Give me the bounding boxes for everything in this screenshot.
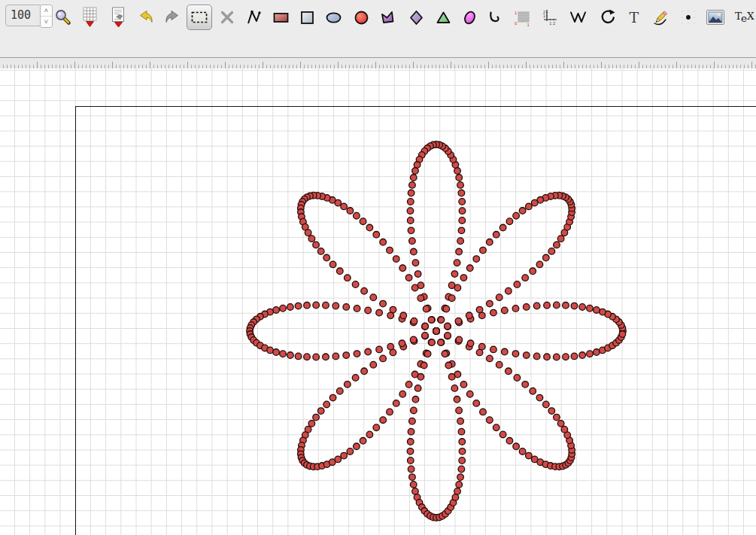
ellipse-button[interactable]	[320, 5, 346, 30]
triangle-icon	[435, 9, 452, 26]
svg-text:0: 0	[515, 21, 518, 26]
grid-shape-button[interactable]: 1 0 1	[510, 5, 536, 30]
horizontal-ruler	[0, 58, 756, 68]
dot-icon	[679, 8, 697, 26]
square-button[interactable]	[294, 5, 320, 30]
svg-text:1: 1	[527, 23, 530, 27]
svg-text:1: 1	[549, 21, 551, 26]
dots-group[interactable]	[247, 141, 627, 521]
zoom-tool-button[interactable]	[50, 5, 76, 30]
freehand-shape-button[interactable]	[457, 5, 482, 30]
curve-icon	[488, 9, 505, 26]
rhombus-button[interactable]	[403, 5, 429, 30]
redo-icon	[163, 8, 181, 26]
arc-arrow-icon	[599, 8, 617, 26]
drawing-canvas[interactable]	[0, 68, 756, 535]
undo-icon	[137, 8, 155, 26]
polyline-button[interactable]	[241, 5, 267, 30]
delete-button[interactable]	[214, 5, 240, 30]
polygon-button[interactable]	[375, 5, 401, 30]
dot-mark-button[interactable]	[676, 5, 701, 30]
picture-button[interactable]	[703, 5, 728, 30]
tex-button[interactable]: TeX	[732, 5, 756, 30]
rose-curve-figure[interactable]	[0, 68, 756, 535]
drawing-app-window: 100 ˄ ˅ 1 0 1 2 1 1 2 T	[0, 0, 756, 535]
doc-dropdown-icon	[109, 7, 127, 28]
picture-icon	[706, 9, 725, 26]
grid-numbers-icon: 1 0 1	[513, 8, 533, 27]
undo-button[interactable]	[133, 5, 159, 30]
square-icon	[299, 9, 316, 26]
select-marquee-icon	[190, 8, 208, 26]
circle-icon	[353, 9, 370, 26]
zigzag-icon	[569, 9, 587, 26]
text-button[interactable]: T	[621, 5, 647, 30]
grid-dropdown-icon	[81, 7, 99, 28]
select-button[interactable]	[187, 5, 212, 30]
zoom-level-value: 100	[11, 8, 31, 22]
triangle-button[interactable]	[430, 5, 456, 30]
magnetic-grid-button[interactable]	[77, 5, 103, 30]
ellipse-icon	[325, 9, 342, 26]
zoom-level-field[interactable]: 100	[5, 5, 42, 26]
text-T-icon: T	[626, 8, 642, 26]
svg-text:2: 2	[553, 21, 555, 26]
rectangle-icon	[272, 9, 290, 26]
circle-button[interactable]	[348, 5, 374, 30]
axes-shape-button[interactable]: 2 1 1 2	[537, 5, 563, 30]
redo-button[interactable]	[159, 5, 185, 30]
pencil-button[interactable]	[648, 5, 674, 30]
drawing-properties-button[interactable]	[105, 5, 131, 30]
zigzag-button[interactable]	[566, 5, 591, 30]
svg-text:1: 1	[515, 11, 518, 15]
bezier-curve-button[interactable]	[484, 5, 509, 30]
blob-icon	[461, 9, 478, 26]
magnifier-icon	[54, 8, 72, 26]
rectangle-button[interactable]	[268, 5, 293, 30]
delete-x-icon	[219, 9, 235, 26]
polygon-icon	[380, 9, 397, 26]
toolbar: 100 ˄ ˅ 1 0 1 2 1 1 2 T	[0, 0, 756, 58]
svg-text:TeX: TeX	[735, 10, 754, 24]
rhombus-icon	[408, 9, 425, 26]
pencil-icon	[651, 8, 671, 27]
axes-icon: 2 1 1 2	[540, 8, 560, 27]
tex-label: TeX	[733, 9, 756, 26]
arc-button[interactable]	[595, 5, 621, 30]
svg-text:1: 1	[543, 14, 545, 18]
polyline-icon	[246, 8, 263, 26]
svg-text:T: T	[630, 9, 639, 26]
